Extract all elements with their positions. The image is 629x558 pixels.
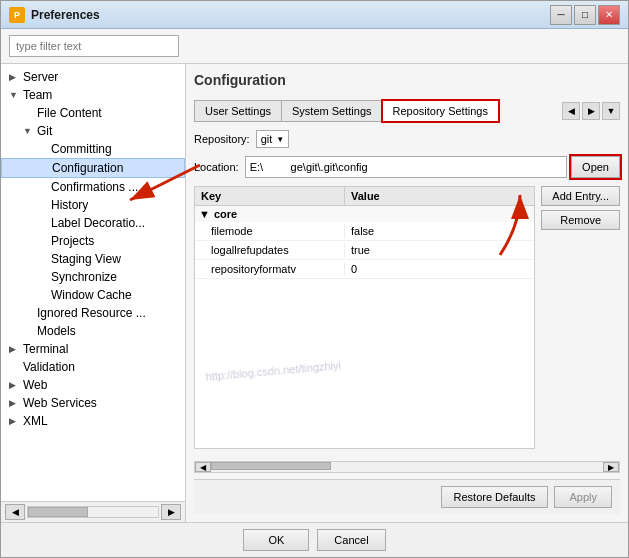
sidebar-item-projects[interactable]: Projects [1,232,185,250]
tab-repository-settings[interactable]: Repository Settings [382,100,499,122]
repository-dropdown-arrow: ▼ [276,135,284,144]
sidebar-item-label: Confirmations ... [51,180,138,194]
dialog-buttons: OK Cancel [1,522,628,557]
table-scrollbar[interactable]: ◀ ▶ [194,461,620,473]
sidebar-item-confirmations[interactable]: Confirmations ... [1,178,185,196]
preferences-window: P Preferences ─ □ ✕ Server Team Fi [0,0,629,558]
sidebar-item-label: File Content [37,106,102,120]
add-entry-button[interactable]: Add Entry... [541,186,620,206]
close-button[interactable]: ✕ [598,5,620,25]
sidebar-item-label: Validation [23,360,75,374]
group-name: core [214,208,237,220]
sidebar-item-label: XML [23,414,48,428]
sidebar: Server Team File Content Git Committing … [1,64,186,522]
repository-row: Repository: git ▼ [194,130,620,148]
sidebar-item-label: Team [23,88,52,102]
sidebar-item-staging-view[interactable]: Staging View [1,250,185,268]
search-input[interactable] [9,35,179,57]
git-arrow [23,126,37,136]
ok-button[interactable]: OK [243,529,309,551]
restore-defaults-button[interactable]: Restore Defaults [441,486,549,508]
sidebar-item-label: Projects [51,234,94,248]
sidebar-scroll-right[interactable]: ▶ [161,504,181,520]
sidebar-item-server[interactable]: Server [1,68,185,86]
tab-nav-forward[interactable]: ▶ [582,102,600,120]
sidebar-item-label-decorations[interactable]: Label Decoratio... [1,214,185,232]
group-core: ▼ core [195,206,534,222]
team-arrow [9,90,23,100]
repository-select[interactable]: git ▼ [256,130,290,148]
tabs-bar: User Settings System Settings Repository… [194,100,620,122]
sidebar-item-synchronize[interactable]: Synchronize [1,268,185,286]
sidebar-item-label: History [51,198,88,212]
row-value: 0 [345,262,534,276]
cancel-button[interactable]: Cancel [317,529,385,551]
tab-system-settings[interactable]: System Settings [281,100,382,122]
location-row: Location: Open [194,156,620,178]
tab-nav-menu[interactable]: ▼ [602,102,620,120]
sidebar-item-web-services[interactable]: Web Services [1,394,185,412]
col-value: Value [345,187,534,205]
tab-nav-back[interactable]: ◀ [562,102,580,120]
sidebar-item-label: Configuration [52,161,123,175]
window-title: Preferences [31,8,550,22]
sidebar-item-history[interactable]: History [1,196,185,214]
sidebar-item-label: Git [37,124,52,138]
remove-button[interactable]: Remove [541,210,620,230]
sidebar-item-team[interactable]: Team [1,86,185,104]
sidebar-item-label: Synchronize [51,270,117,284]
location-label: Location: [194,161,239,173]
row-key: repositoryformatv [195,262,345,276]
action-buttons: Add Entry... Remove [541,186,620,455]
sidebar-item-committing[interactable]: Committing [1,140,185,158]
col-key: Key [195,187,345,205]
table-row[interactable]: logallrefupdates true [195,241,534,260]
open-button[interactable]: Open [571,156,620,178]
sidebar-item-label: Staging View [51,252,121,266]
sidebar-item-git[interactable]: Git [1,122,185,140]
minimize-button[interactable]: ─ [550,5,572,25]
sidebar-item-file-content[interactable]: File Content [1,104,185,122]
sidebar-item-validation[interactable]: Validation [1,358,185,376]
scroll-right-btn[interactable]: ▶ [603,462,619,472]
search-bar [1,29,628,64]
sidebar-item-models[interactable]: Models [1,322,185,340]
maximize-button[interactable]: □ [574,5,596,25]
repository-label: Repository: [194,133,250,145]
web-services-arrow [9,398,23,408]
sidebar-item-label: Ignored Resource ... [37,306,146,320]
sidebar-item-label: Terminal [23,342,68,356]
sidebar-item-window-cache[interactable]: Window Cache [1,286,185,304]
server-arrow [9,72,23,82]
window-controls: ─ □ ✕ [550,5,620,25]
table-row[interactable]: filemode false [195,222,534,241]
sidebar-item-label: Window Cache [51,288,132,302]
sidebar-item-xml[interactable]: XML [1,412,185,430]
sidebar-item-terminal[interactable]: Terminal [1,340,185,358]
config-table: Key Value ▼ core filemode false [194,186,535,449]
table-wrapper: Key Value ▼ core filemode false [194,186,620,455]
row-key: filemode [195,224,345,238]
scroll-left-btn[interactable]: ◀ [195,462,211,472]
tabs-nav: ◀ ▶ ▼ [562,102,620,120]
sidebar-item-web[interactable]: Web [1,376,185,394]
sidebar-item-label: Label Decoratio... [51,216,145,230]
sidebar-item-ignored-resource[interactable]: Ignored Resource ... [1,304,185,322]
sidebar-item-label: Committing [51,142,112,156]
window-icon: P [9,7,25,23]
web-arrow [9,380,23,390]
table-row[interactable]: repositoryformatv 0 [195,260,534,279]
terminal-arrow [9,344,23,354]
sidebar-scroll-left[interactable]: ◀ [5,504,25,520]
location-input[interactable] [245,156,567,178]
table-header: Key Value [195,187,534,206]
title-bar: P Preferences ─ □ ✕ [1,1,628,29]
bottom-bar: Restore Defaults Apply [194,479,620,514]
sidebar-item-label: Server [23,70,58,84]
sidebar-item-label: Web [23,378,47,392]
sidebar-item-configuration[interactable]: Configuration [1,158,185,178]
table-body: ▼ core filemode false logallrefupdates t… [195,206,534,436]
tab-user-settings[interactable]: User Settings [194,100,282,122]
apply-button[interactable]: Apply [554,486,612,508]
xml-arrow [9,416,23,426]
